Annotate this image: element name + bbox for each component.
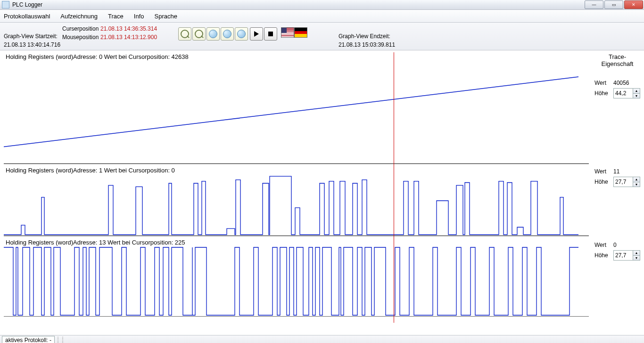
play-icon <box>254 31 259 37</box>
active-protocol-status: aktives Protokoll: - <box>2 336 55 343</box>
chart-hr13-title: Holding Registers (word)Adresse: 13 Wert… <box>6 239 185 246</box>
spinner-down-icon[interactable]: ▼ <box>633 94 640 98</box>
hoehe-label: Höhe <box>594 90 611 97</box>
window-title: PLC Logger <box>12 1 42 8</box>
menu-trace[interactable]: Trace <box>108 13 124 20</box>
mouse-position-label: Mouseposition <box>62 34 99 41</box>
trace-properties-title: Trace-Eigenschaft <box>594 53 640 67</box>
stop-button[interactable] <box>264 27 277 41</box>
start-time-label: Graph-View Startzeit: <box>4 33 58 40</box>
zoom-out-icon <box>195 30 203 38</box>
status-bar: aktives Protokoll: - <box>0 335 644 343</box>
svg-line-0 <box>4 77 578 147</box>
hoehe-input-2[interactable] <box>614 251 633 260</box>
nav-prev-button[interactable] <box>221 27 234 41</box>
stop-icon <box>268 32 273 36</box>
chart-hr13[interactable]: Holding Registers (word)Adresse: 13 Wert… <box>4 238 589 317</box>
hoehe-input-1[interactable] <box>614 177 633 187</box>
close-button[interactable]: ✕ <box>624 0 643 9</box>
wert-label: Wert <box>594 80 611 86</box>
spinner-up-icon[interactable]: ▲ <box>633 251 640 256</box>
grip-icon <box>58 337 58 343</box>
toolbar: Graph-View Startzeit: 21.08.13 13:40:14.… <box>0 23 644 50</box>
cursor-line[interactable] <box>394 52 394 323</box>
menu-aufzeichnung[interactable]: Aufzeichnung <box>60 13 98 20</box>
cursor-position-label: Curserposition <box>62 25 99 32</box>
globe-icon <box>223 30 231 38</box>
start-time-value: 21.08.13 13:40:14.716 <box>4 41 60 48</box>
wert-label: Wert <box>594 242 611 248</box>
title-bar: PLC Logger — ▭ ✕ <box>0 0 644 10</box>
app-icon <box>2 1 9 8</box>
cursor-position-value: 21.08.13 14:36:35.314 <box>100 25 157 32</box>
flag-us-button[interactable] <box>281 27 294 38</box>
wert-value-2: 0 <box>613 242 617 248</box>
chart-hr1[interactable]: Holding Registers (word)Adresse: 1 Wert … <box>4 166 589 236</box>
wert-value-0: 40056 <box>613 80 629 86</box>
end-time-value: 21.08.13 15:03:39.811 <box>339 41 395 48</box>
minimize-button[interactable]: — <box>585 0 603 9</box>
chart-hr1-title: Holding Registers (word)Adresse: 1 Wert … <box>6 167 175 174</box>
hoehe-spinner-0[interactable]: ▲▼ <box>613 88 640 98</box>
menu-sprache[interactable]: Sprache <box>155 13 177 20</box>
menu-info[interactable]: Info <box>134 13 144 20</box>
menu-bar: Protokollauswahl Aufzeichnung Trace Info… <box>0 10 644 23</box>
spinner-up-icon[interactable]: ▲ <box>633 177 640 182</box>
nav-first-button[interactable] <box>206 27 220 41</box>
hoehe-input-0[interactable] <box>614 89 633 98</box>
grip-icon <box>62 337 63 343</box>
wert-value-1: 11 <box>613 168 619 175</box>
zoom-in-button[interactable] <box>178 27 191 41</box>
flag-de-button[interactable] <box>294 27 307 38</box>
zoom-out-button[interactable] <box>192 27 206 41</box>
nav-next-button[interactable] <box>235 27 248 41</box>
end-time-label: Graph-View Endzeit: <box>339 33 390 40</box>
mouse-position-value: 21.08.13 14:13:12.900 <box>100 34 157 41</box>
chart-hr0-title: Holding Registers (word)Adresse: 0 Wert … <box>6 53 189 60</box>
graph-area: Holding Registers (word)Adresse: 0 Wert … <box>0 50 591 335</box>
hoehe-label: Höhe <box>594 179 611 185</box>
chart-hr0[interactable]: Holding Registers (word)Adresse: 0 Wert … <box>4 52 589 164</box>
hoehe-label: Höhe <box>594 252 611 259</box>
maximize-button[interactable]: ▭ <box>604 0 623 9</box>
hoehe-spinner-1[interactable]: ▲▼ <box>613 177 640 187</box>
spinner-down-icon[interactable]: ▼ <box>633 182 640 187</box>
hoehe-spinner-2[interactable]: ▲▼ <box>613 250 640 261</box>
zoom-in-icon <box>181 30 189 38</box>
spinner-up-icon[interactable]: ▲ <box>633 89 640 94</box>
play-button[interactable] <box>250 27 263 41</box>
globe-icon <box>237 30 246 38</box>
menu-protokollauswahl[interactable]: Protokollauswahl <box>4 13 50 20</box>
globe-icon <box>209 30 217 38</box>
wert-label: Wert <box>594 168 611 175</box>
trace-properties-panel: Trace-Eigenschaft Wert 40056 Höhe ▲▼ Wer… <box>591 50 644 335</box>
spinner-down-icon[interactable]: ▼ <box>633 256 640 261</box>
